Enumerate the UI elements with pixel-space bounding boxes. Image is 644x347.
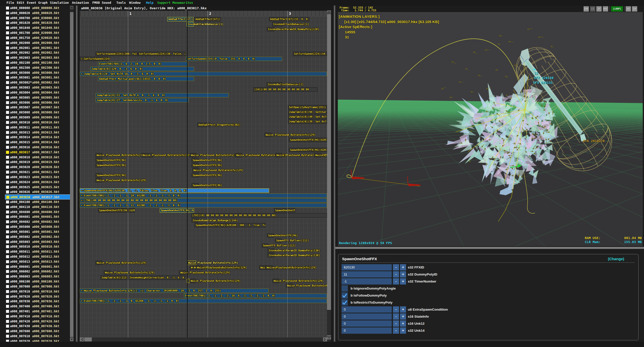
checkbox-isrestricttodummypoly[interactable] (342, 299, 348, 306)
anim-row-a000_003019[interactable]: a000_003019a000_003019.hkt (5, 160, 73, 165)
anim-checkbox[interactable] (6, 146, 9, 149)
anim-row-a000_000700[interactable]: a000_000700a000_030000.hkt (5, 16, 73, 21)
anim-checkbox[interactable] (6, 21, 9, 24)
menu-help[interactable]: Help (146, 0, 153, 6)
anim-row-a000_005000[interactable]: a000_005000a000_005000.hkt (5, 224, 73, 229)
event-box[interactable]: SetOpacityKeyframe[193](1, (288, 105, 327, 109)
menu-event-graph[interactable]: Event Graph (27, 0, 48, 6)
anim-checkbox[interactable] (6, 166, 9, 169)
event-box[interactable]: SpawnOneShotFFX[96](620100, 300, -1, Tru… (195, 223, 266, 227)
anim-row-a000_003013[interactable]: a000_003013a000_003013.hkt (5, 130, 73, 135)
event-box[interactable]: SpawnFFX_ByFloor[112] (275, 238, 281, 243)
anim-checkbox[interactable] (6, 230, 9, 233)
event-box[interactable]: Wwise_PlaySound_ByStateInfo[129] (235, 153, 242, 157)
anim-checkbox[interactable] (6, 315, 9, 318)
anim-checkbox[interactable] (6, 141, 9, 144)
event-box[interactable]: SpawnOneShotFFX[96] (192, 163, 198, 167)
anim-checkbox[interactable] (6, 320, 9, 323)
anim-checkbox[interactable] (6, 225, 9, 228)
anim-row-a000_004601[interactable]: a000_004601a000_004601.hkt (5, 214, 73, 219)
anim-row-a000_004602[interactable]: a000_004602a000_004602.hkt (5, 219, 73, 224)
event-box[interactable]: Wwise_PlaySound_ByStateInfo[129] (259, 265, 266, 270)
event-box[interactable]: SpawnOneShotFFX[96] (96, 173, 102, 177)
anim-checkbox[interactable] (6, 270, 9, 273)
field-input-timernumber[interactable]: -1 (342, 278, 392, 285)
anim-checkbox[interactable] (6, 300, 9, 303)
event-box[interactable]: SetTurnSpeed[224](50, False, (293, 52, 327, 56)
anim-row-a000_004110[interactable]: a000_004110a000_004110.hkt (5, 204, 73, 210)
anim-checkbox[interactable] (6, 91, 9, 94)
anim-row-a000_003011[interactable]: a000_003011a000_003011.hkt (5, 125, 73, 130)
field-input-unk14[interactable]: 0 (342, 327, 392, 334)
event-box[interactable]: Wwise_PlaySound_ByStateInfo[129] (193, 265, 196, 270)
anim-checkbox[interactable] (6, 31, 9, 34)
anim-checkbox[interactable] (6, 275, 9, 278)
anim-checkbox[interactable] (6, 305, 9, 308)
timeline-hscrollbar[interactable] (80, 337, 327, 341)
anim-checkbox[interactable] (6, 240, 9, 243)
anim-row-a000_002003[interactable]: a000_002003a000_002003.hkt (5, 55, 73, 60)
anim-row-a000_003007[interactable]: a000_003007a000_003007.hkt (5, 105, 73, 110)
anim-checkbox[interactable] (6, 66, 9, 69)
anim-checkbox[interactable] (6, 106, 9, 109)
anim-row-a000_007030[interactable]: a000_007030a000_007030.hkt (5, 299, 73, 304)
anim-checkbox[interactable] (6, 295, 9, 298)
anim-row-a000_003010[interactable]: a000_003010a000_003010.hkt (5, 120, 73, 125)
anim-row-a000_007400[interactable]: a000_007400a000_007400.hkt (5, 304, 73, 309)
change-type-link[interactable]: (Change) (608, 257, 624, 261)
event-box[interactable]: SpawnOneShotFFX[96](62 (160, 208, 194, 213)
event-box[interactable]: JumpTable[0](94: SetStartb (288, 110, 327, 114)
event-box[interactable]: <-Event700[700](-1, -1, -1, -1, 0, 65280… (80, 299, 327, 303)
go-to-start-button[interactable]: |<< (584, 6, 589, 12)
decrement-button[interactable]: - (393, 320, 399, 327)
anim-checkbox[interactable] (6, 61, 9, 64)
anim-checkbox[interactable] (6, 12, 9, 15)
decrement-button[interactable]: - (393, 313, 399, 320)
event-box[interactable]: InvokeDecalParamID_DummyPoly[138] (267, 27, 274, 31)
anim-row-a000_003009[interactable]: a000_003009a000_003009.hkt (5, 115, 73, 120)
anim-checkbox[interactable] (6, 220, 9, 223)
pause-button[interactable]: [] (590, 6, 595, 12)
anim-checkbox[interactable] (6, 235, 9, 238)
event-box[interactable]: <-SetTurnSpeed[224] (80, 57, 108, 61)
anim-checkbox[interactable] (6, 200, 9, 203)
decrement-button[interactable]: - (393, 327, 399, 334)
anim-row-a000_007401[interactable]: a000_007401a000_007401.hkt (5, 309, 73, 314)
left-splitter[interactable] (76, 6, 77, 344)
anim-checkbox[interactable] (6, 151, 9, 154)
anim-row-a000_003025[interactable]: a000_003025a000_003025.hkt (5, 185, 73, 190)
anim-checkbox[interactable] (6, 76, 9, 79)
event-box[interactable]: Wwise_PlaySound_ByStateInfo[129] (190, 153, 196, 157)
event-box[interactable]: JumpTable[0](27: SetNoGravity, 0, -1, 6,… (96, 98, 189, 102)
timeline-hscrollbar-thumb[interactable] (84, 337, 92, 341)
event-box[interactable]: AddSpEffect_Multiplayer[66](14555, 0, 0,… (98, 77, 194, 81)
anim-checkbox[interactable] (6, 325, 9, 328)
timeline-scroll-left-button[interactable] (80, 337, 84, 341)
event-box[interactable]: Wwise_PlaySound_ByStateInfo[129] (104, 270, 110, 275)
anim-checkbox[interactable] (6, 161, 9, 164)
anim-checkbox[interactable] (6, 7, 9, 10)
event-box[interactable]: SpawnOneShotFFX[96] (192, 173, 198, 177)
event-box[interactable]: SpawnOneShotFFX[96](620386 (289, 148, 327, 152)
timeline-ruler[interactable]: 123 (80, 11, 327, 17)
event-box[interactable]: Wwise_PlaySound_ByStateInfo[129] (96, 153, 102, 157)
anim-checkbox[interactable] (6, 285, 9, 288)
anim-row-a000_005003[interactable]: a000_005003a000_005003.hkt (5, 239, 73, 244)
anim-checkbox[interactable] (6, 181, 9, 184)
event-box[interactable]: SetTurnSpeed[224](30, False, 25 (138, 52, 185, 56)
event-box[interactable]: JumpTable[0](129, 0, -1, 6, 0, 0) (90, 67, 194, 71)
anim-row-a000_002300[interactable]: a000_002300a000_002300.hkt (5, 65, 73, 70)
anim-checkbox[interactable] (6, 116, 9, 119)
anim-row-a000_003026[interactable]: a000_003026a000_003026.hkt (5, 189, 73, 194)
anim-checkbox[interactable] (6, 250, 9, 253)
event-box[interactable]: SpawnFFX_ByFloor[112] (262, 243, 268, 248)
anim-row-a000_006100[interactable]: a000_006100a000_006100.hkt (5, 279, 73, 284)
anim-row-a000_003006[interactable]: a000_003006a000_003006.hkt (5, 100, 73, 105)
event-box[interactable]: Wwise_PlaySound_ByStateInfo[129] (96, 178, 102, 182)
anim-row-a000_003000[interactable]: a000_003000a000_003000.hkt (5, 70, 73, 75)
anim-row-a000_003003[interactable]: a000_003003a000_003003.hkt (5, 85, 73, 90)
anim-checkbox[interactable] (6, 186, 9, 189)
anim-checkbox[interactable] (6, 46, 9, 49)
anim-row-a000_003020[interactable]: a000_003020a000_003020.hkt (5, 165, 73, 170)
menu-simulation[interactable]: Simulation (50, 0, 69, 6)
